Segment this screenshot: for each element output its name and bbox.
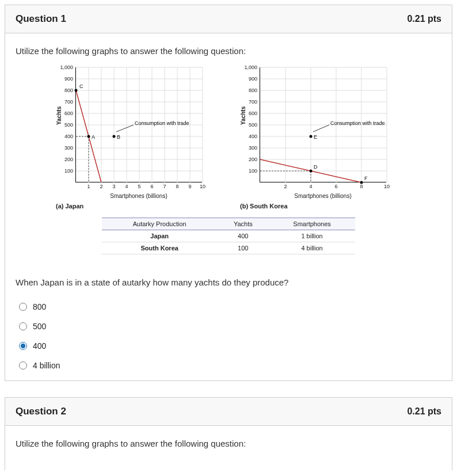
autarky-table: Autarky Production Yachts Smartphones Ja… <box>102 218 355 254</box>
ytick: 200 <box>249 157 257 162</box>
question-2-header: Question 2 0.21 pts <box>5 398 452 426</box>
radio-400[interactable] <box>19 342 27 350</box>
ytick: 1,000 <box>244 64 257 70</box>
ytick: 100 <box>64 168 73 174</box>
consumption-label-b: Consumption with trade <box>330 120 385 126</box>
xtick: 4 <box>125 184 128 189</box>
chart-japan-xlabel: Smartphones (billions) <box>75 193 202 199</box>
option-400[interactable]: 400 <box>19 341 441 351</box>
xtick: 7 <box>163 184 166 189</box>
th-autarky: Autarky Production <box>102 218 217 230</box>
ytick: 200 <box>64 157 73 162</box>
chart-korea-xlabel: Smartphones (billions) <box>260 193 386 199</box>
point-e-label: E <box>314 134 317 140</box>
xtick: 1 <box>87 184 90 189</box>
radio-500[interactable] <box>19 322 27 330</box>
cell-yachts: 400 <box>217 230 269 242</box>
question-1-prompt: Utilize the following graphs to answer t… <box>16 46 441 56</box>
question-1-subquestion: When Japan is in a state of autarky how … <box>16 277 441 287</box>
chart-japan-plot: Yachts 100 200 300 400 500 600 700 800 9… <box>75 67 202 182</box>
xtick: 6 <box>150 184 153 189</box>
option-label: 800 <box>33 302 46 311</box>
point-f-label: F <box>364 176 368 181</box>
xtick: 3 <box>112 184 115 189</box>
cell-phones: 1 billion <box>269 230 355 242</box>
ytick: 900 <box>249 76 257 82</box>
question-2-title: Question 2 <box>16 406 66 417</box>
xtick: 10 <box>200 184 205 189</box>
ytick: 700 <box>64 99 73 105</box>
xtick: 5 <box>138 184 140 189</box>
answer-options: 800 500 400 4 billion <box>16 302 441 370</box>
leader-line <box>313 125 329 132</box>
point-b-label: B <box>117 134 120 140</box>
point-f <box>360 181 363 184</box>
table-row: South Korea 100 4 billion <box>102 242 355 254</box>
xtick: 2 <box>100 184 102 189</box>
radio-800[interactable] <box>19 303 27 311</box>
xtick: 10 <box>384 184 390 189</box>
charts-row: Yachts 100 200 300 400 500 600 700 800 9… <box>16 67 441 210</box>
xtick: 9 <box>188 184 191 189</box>
consumption-label-a: Consumption with trade <box>135 120 189 126</box>
option-4-billion[interactable]: 4 billion <box>19 361 441 370</box>
ytick: 500 <box>249 122 257 128</box>
chart-korea: Yachts 100 200 300 400 500 600 700 800 9… <box>240 67 401 210</box>
cell-country: Japan <box>102 230 217 242</box>
cell-yachts: 100 <box>217 242 269 254</box>
question-2-body: Utilize the following graphs to answer t… <box>5 426 452 470</box>
ytick: 900 <box>64 76 73 82</box>
ytick: 100 <box>249 168 257 174</box>
leader-line <box>116 125 134 132</box>
question-1-title: Question 1 <box>16 13 66 25</box>
ytick: 300 <box>249 145 257 151</box>
xtick: 8 <box>176 184 178 189</box>
xtick: 4 <box>309 184 312 189</box>
table-row: Japan 400 1 billion <box>102 230 355 242</box>
ytick: 700 <box>249 99 257 105</box>
xtick: 2 <box>284 184 287 189</box>
ytick: 600 <box>249 111 257 116</box>
point-e <box>310 135 313 138</box>
option-label: 4 billion <box>33 361 60 370</box>
point-c <box>75 89 78 92</box>
question-1-header: Question 1 0.21 pts <box>5 5 452 33</box>
option-800[interactable]: 800 <box>19 302 441 311</box>
xtick: 8 <box>360 184 363 189</box>
xtick: 6 <box>334 184 337 189</box>
chart-japan-ylabel: Yachts <box>56 106 62 125</box>
question-1-points: 0.21 pts <box>407 14 441 24</box>
option-label: 500 <box>33 322 46 331</box>
option-label: 400 <box>33 341 46 351</box>
ytick: 500 <box>64 122 73 128</box>
point-a <box>87 135 90 138</box>
ytick: 400 <box>64 134 73 139</box>
chart-japan-svg: C A B Consumption with trade <box>76 67 203 182</box>
point-d-label: D <box>314 164 318 170</box>
question-1-card: Question 1 0.21 pts Utilize the followin… <box>5 5 452 381</box>
ytick: 400 <box>249 134 257 139</box>
th-yachts: Yachts <box>217 218 269 230</box>
chart-korea-svg: D E F Consumption with trade <box>260 67 387 182</box>
cell-country: South Korea <box>102 242 217 254</box>
chart-japan: Yachts 100 200 300 400 500 600 700 800 9… <box>56 67 217 210</box>
point-d <box>310 170 313 173</box>
option-500[interactable]: 500 <box>19 322 441 331</box>
chart-korea-plot: Yachts 100 200 300 400 500 600 700 800 9… <box>260 67 386 182</box>
autarky-production-table: Autarky Production Yachts Smartphones Ja… <box>102 218 355 254</box>
question-2-prompt: Utilize the following graphs to answer t… <box>16 439 441 448</box>
chart-korea-ylabel: Yachts <box>240 106 246 125</box>
question-2-card: Question 2 0.21 pts Utilize the followin… <box>5 397 452 470</box>
ytick: 600 <box>64 111 73 116</box>
question-2-points: 0.21 pts <box>407 406 441 417</box>
ytick: 800 <box>249 87 257 93</box>
point-c-label: C <box>79 83 83 89</box>
radio-4-billion[interactable] <box>19 361 27 370</box>
ytick: 300 <box>64 145 73 151</box>
chart-korea-caption: (b) South Korea <box>240 203 401 210</box>
chart-japan-caption: (a) Japan <box>56 203 217 210</box>
cell-phones: 4 billion <box>269 242 355 254</box>
th-smartphones: Smartphones <box>269 218 355 230</box>
ytick: 800 <box>64 87 73 93</box>
question-1-body: Utilize the following graphs to answer t… <box>5 33 452 380</box>
